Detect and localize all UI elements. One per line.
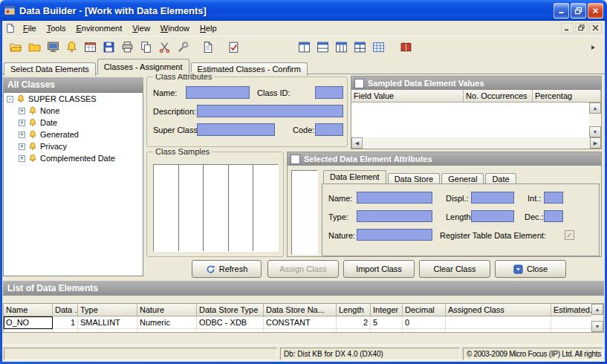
column-header-percentage[interactable]: Percentag: [533, 90, 601, 103]
cell-type[interactable]: SMALLINT: [78, 316, 137, 329]
column-header-type[interactable]: Type: [78, 304, 137, 316]
tab-select-data-elements[interactable]: Select Data Elements: [4, 62, 96, 76]
cell-decimal[interactable]: 0: [403, 316, 446, 329]
sampled-values-hscrollbar[interactable]: ◀ ▶: [351, 137, 601, 149]
cell-assigned-class[interactable]: [446, 316, 551, 329]
cell-integer[interactable]: 5: [371, 316, 403, 329]
cell-name[interactable]: O_NO: [4, 316, 53, 329]
split-two-columns-icon[interactable]: [295, 39, 314, 56]
restore-button[interactable]: [571, 3, 586, 19]
copy-icon[interactable]: [137, 39, 155, 56]
help-book-icon[interactable]: [397, 39, 415, 56]
monitor-icon[interactable]: [44, 39, 62, 56]
document-icon[interactable]: [198, 39, 217, 56]
tree-item-none[interactable]: + None: [4, 105, 143, 117]
menu-environment[interactable]: Environment: [71, 22, 127, 35]
column-header-assigned-class[interactable]: Assigned Class: [446, 304, 551, 316]
column-header-no-occurrences[interactable]: No. Occurrences: [464, 90, 533, 103]
attr-displ-field[interactable]: [471, 192, 514, 204]
expand-icon[interactable]: +: [19, 143, 25, 150]
menu-help[interactable]: Help: [195, 22, 222, 35]
column-header-length[interactable]: Length: [337, 304, 371, 316]
code-field[interactable]: [315, 123, 343, 136]
cell-data-no[interactable]: 1: [53, 316, 78, 329]
scissors-icon[interactable]: [155, 39, 174, 56]
toolbar-overflow-icon[interactable]: [583, 39, 602, 56]
clear-class-button[interactable]: Clear Class: [419, 260, 490, 278]
minimize-button[interactable]: [554, 3, 569, 19]
tree-item-generated[interactable]: + Generated: [4, 129, 143, 140]
expand-icon[interactable]: +: [19, 120, 25, 126]
attr-length-field[interactable]: [471, 210, 514, 222]
expand-icon[interactable]: +: [19, 108, 25, 114]
cell-data-store-name[interactable]: CONSTANT: [264, 316, 337, 329]
scroll-down-icon[interactable]: ▼: [591, 321, 603, 332]
sample-value-strip[interactable]: [291, 170, 318, 255]
split-three-columns-icon[interactable]: [332, 39, 351, 56]
attr-int-field[interactable]: [544, 192, 563, 204]
column-header-name[interactable]: Name: [4, 304, 53, 316]
column-header-integer[interactable]: Integer: [371, 304, 403, 316]
expand-icon[interactable]: +: [19, 155, 25, 162]
child-window-icon[interactable]: [2, 23, 18, 33]
class-id-field[interactable]: [315, 86, 343, 99]
sampled-values-list[interactable]: [351, 103, 589, 137]
register-table-checkbox[interactable]: ✓: [565, 230, 574, 240]
bell-icon[interactable]: [62, 39, 81, 56]
collapse-icon[interactable]: -: [7, 96, 13, 103]
tab-data-element[interactable]: Data Element: [323, 170, 386, 183]
sampled-values-vscrollbar[interactable]: ▲ ▼: [589, 103, 601, 137]
expand-icon[interactable]: +: [19, 131, 25, 138]
printer-icon[interactable]: [118, 39, 137, 56]
sampled-values-checkbox[interactable]: [354, 79, 364, 88]
attr-type-field[interactable]: [357, 210, 432, 222]
super-class-field[interactable]: [197, 123, 275, 136]
split-four-panes-icon[interactable]: [351, 39, 369, 56]
selected-attributes-checkbox[interactable]: [290, 155, 300, 164]
open-folder-icon[interactable]: [7, 39, 25, 56]
class-tree[interactable]: - SUPER CLASSES + None + Date + Generate…: [3, 92, 143, 276]
cell-data-store-type[interactable]: ODBC - XDB: [197, 316, 264, 329]
scroll-up-icon[interactable]: ▲: [591, 304, 603, 315]
column-header-field-value[interactable]: Field Value: [351, 90, 464, 103]
name-field[interactable]: [186, 86, 250, 99]
description-field[interactable]: [197, 105, 343, 117]
mdi-minimize-icon[interactable]: [561, 23, 574, 33]
mdi-close-icon[interactable]: [589, 23, 602, 33]
grid-icon[interactable]: [369, 39, 388, 56]
table-row-clipped[interactable]: [4, 329, 603, 333]
folder-icon[interactable]: [25, 39, 44, 56]
scroll-down-icon[interactable]: ▼: [589, 126, 601, 137]
scroll-left-icon[interactable]: ◀: [351, 137, 363, 149]
menu-view[interactable]: View: [127, 22, 155, 35]
scroll-right-icon[interactable]: ▶: [590, 137, 601, 149]
attr-dec-field[interactable]: [544, 210, 563, 222]
menu-window[interactable]: Window: [155, 22, 195, 35]
menu-tools[interactable]: Tools: [42, 22, 71, 35]
tools-icon[interactable]: [174, 39, 192, 56]
menu-file[interactable]: File: [18, 22, 42, 35]
table-red-icon[interactable]: [81, 39, 100, 56]
assign-class-button[interactable]: Assign Class: [267, 260, 339, 278]
column-header-data-no[interactable]: Data ...: [53, 304, 78, 316]
attr-nature-field[interactable]: [357, 229, 432, 241]
import-class-button[interactable]: Import Class: [343, 260, 415, 278]
clipboard-check-icon[interactable]: [224, 39, 243, 56]
column-header-estimated[interactable]: Estimated...: [551, 304, 593, 316]
close-panel-button[interactable]: Close: [495, 260, 566, 278]
split-two-rows-icon[interactable]: [314, 39, 332, 56]
table-row[interactable]: O_NO 1 SMALLINT Numeric ODBC - XDB CONST…: [4, 316, 603, 329]
close-button[interactable]: [588, 3, 603, 19]
tree-item-complemented-date[interactable]: + Complemented Date: [4, 152, 143, 164]
cell-length[interactable]: 2: [337, 316, 371, 329]
column-header-decimal[interactable]: Decimal: [403, 304, 446, 316]
scroll-up-icon[interactable]: ▲: [589, 103, 601, 114]
tree-item-root[interactable]: - SUPER CLASSES: [4, 93, 143, 105]
tree-item-privacy[interactable]: + Privacy: [4, 140, 143, 152]
table-vscrollbar[interactable]: ▲ ▼: [591, 304, 603, 332]
cell-estimated[interactable]: [551, 316, 593, 329]
attr-name-field[interactable]: [357, 192, 432, 204]
column-header-nature[interactable]: Nature: [137, 304, 197, 316]
tree-item-date[interactable]: + Date: [4, 117, 143, 129]
refresh-button[interactable]: Refresh: [192, 260, 262, 278]
